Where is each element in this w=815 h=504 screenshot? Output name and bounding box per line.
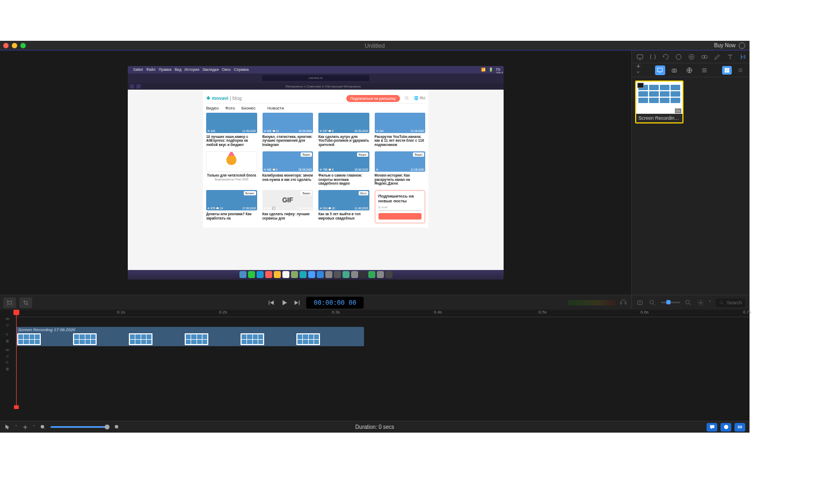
preview-dock-icon — [325, 271, 332, 278]
edit-icon[interactable] — [714, 53, 721, 61]
svg-marker-30 — [282, 300, 287, 305]
minimize-window-button[interactable] — [12, 43, 17, 48]
zoom-out-icon[interactable] — [649, 298, 657, 307]
preview-dock-icon — [360, 271, 367, 278]
svg-rect-20 — [725, 68, 727, 70]
canvas-resize-button[interactable] — [3, 297, 16, 308]
library-tab-screen[interactable] — [655, 65, 665, 75]
svg-line-39 — [689, 303, 691, 305]
svg-point-41 — [720, 301, 723, 303]
fullscreen-window-button[interactable] — [20, 43, 26, 48]
svg-point-4 — [676, 54, 681, 59]
filter-icon[interactable] — [636, 298, 644, 307]
svg-point-6 — [690, 56, 693, 58]
track-2-video-header[interactable] — [0, 347, 15, 359]
play-button[interactable] — [280, 299, 288, 306]
ruler-tick: 0.1s — [117, 310, 125, 315]
sync-button[interactable] — [721, 423, 731, 432]
preview-blog-card: 👁 194 01.09.2020Раскрутка YouTube-канала… — [375, 113, 426, 147]
headphones-icon[interactable] — [620, 298, 627, 308]
preview-screenshot: Safari Файл Правка Вид История Закладки … — [128, 66, 504, 280]
preview-blog-nav: Видео Фото Бизнес Новости — [206, 104, 425, 113]
preview-blog-card: 👁 242 11.09.202010 лучших экшн-камер с A… — [206, 113, 257, 147]
bottom-toolbar: ˅ ˅ Duration: 0 secs 30 — [0, 421, 749, 433]
add-track-button[interactable] — [22, 424, 28, 430]
close-window-button[interactable] — [3, 43, 9, 48]
preview-blog-card: Фото👁 516 💬 2011.08.2020Как за 5 лет вый… — [318, 190, 369, 223]
screen-badge-icon — [637, 83, 644, 88]
search-icon — [404, 96, 410, 101]
annotate-icon[interactable] — [739, 53, 747, 61]
ruler-tick: 0.3s — [332, 310, 340, 315]
add-media-button[interactable]: + ˅ — [636, 62, 646, 79]
preview-dock-icon — [274, 271, 281, 278]
library-tab-camera[interactable] — [670, 65, 680, 75]
preview-dock-icon — [377, 271, 384, 278]
timeline[interactable]: 0.1s0.2s0.3s0.4s0.5s0.6s0.7s ≡ — [0, 310, 749, 421]
library-tab-list[interactable] — [699, 65, 709, 75]
track-video-header[interactable] — [0, 316, 15, 328]
buy-now-button[interactable]: Buy Now — [714, 42, 745, 49]
preview-dock-icon — [239, 271, 246, 278]
track-2-audio-header[interactable]: ≡ — [0, 360, 15, 372]
next-frame-button[interactable] — [293, 299, 301, 306]
preview-dock-icon — [334, 271, 341, 278]
svg-marker-29 — [270, 300, 274, 304]
search-icon — [719, 300, 724, 305]
fps-badge[interactable]: 30 — [734, 423, 745, 432]
track-audio-header[interactable]: ≡ — [0, 332, 15, 344]
preview-dock-icon — [265, 271, 272, 278]
prev-frame-button[interactable] — [267, 299, 275, 306]
target-icon[interactable] — [688, 53, 695, 61]
svg-marker-31 — [295, 300, 299, 304]
svg-line-51 — [118, 428, 120, 429]
timeline-zoom-slider[interactable] — [50, 426, 110, 428]
media-clip-card[interactable]: 0s Screen Recording... — [635, 81, 683, 123]
timeline-zoom-in-icon[interactable] — [114, 424, 120, 430]
playhead[interactable] — [16, 310, 17, 409]
zoom-in-icon[interactable] — [685, 298, 693, 307]
timeline-ruler[interactable]: 0.1s0.2s0.3s0.4s0.5s0.6s0.7s — [15, 310, 749, 317]
preview-dock-icon — [308, 271, 315, 278]
preview-blog-card: Только для читателей блогаВидеоредактор … — [206, 151, 257, 186]
ruler-tick: 0.5s — [539, 310, 547, 315]
preview-blog-header: ❖ movavi | blog Подписаться на рассылку … — [206, 94, 425, 104]
preview-mac-dock — [128, 270, 504, 280]
circle-icon[interactable] — [675, 53, 682, 61]
audio-meter — [568, 300, 616, 305]
svg-rect-32 — [299, 300, 300, 304]
media-panel-footer: ˅ Search — [631, 295, 749, 310]
preview-mac-menubar: Safari Файл Правка Вид История Закладки … — [128, 66, 504, 74]
settings-icon[interactable] — [697, 298, 705, 307]
chat-button[interactable] — [707, 423, 717, 432]
svg-line-37 — [653, 303, 655, 305]
timeline-zoom-out-icon[interactable] — [40, 424, 46, 430]
preview-blog-card: Видео👁 489 💬 528.08.2020Калибровка монит… — [263, 151, 314, 186]
preview-blog-grid: 👁 242 11.09.202010 лучших экшн-камер с A… — [206, 113, 425, 224]
ruler-tick: 0.6s — [641, 310, 649, 315]
preview-dock-icon — [385, 271, 392, 278]
media-panel-tabs: + ˅ — [632, 63, 749, 77]
svg-point-48 — [41, 425, 44, 428]
preview-blog-card: Видео👁 788 💬 825.08.2020Фильм о самом гл… — [318, 151, 369, 186]
pointer-tool[interactable] — [4, 424, 11, 430]
list-view-button[interactable] — [736, 66, 745, 75]
library-tab-web[interactable] — [684, 65, 694, 75]
crop-button[interactable] — [19, 297, 32, 308]
preview-dock-icon — [257, 271, 264, 278]
preview-blog-card: Подпишитесь на новые постыE-mail — [375, 190, 426, 223]
link-icon[interactable] — [701, 53, 708, 61]
text-icon[interactable] — [726, 53, 734, 61]
record-screen-icon[interactable] — [636, 53, 644, 61]
svg-point-36 — [650, 300, 654, 304]
timecode-display[interactable]: 00:00:00 00 — [306, 297, 363, 309]
variable-icon[interactable] — [649, 53, 657, 61]
timeline-clip[interactable]: Screen Recording 17.09.2020 — [16, 327, 364, 346]
media-search-input[interactable]: Search — [716, 298, 745, 307]
grid-view-button[interactable] — [722, 66, 731, 75]
rotate-icon[interactable] — [662, 53, 670, 61]
svg-point-44 — [7, 349, 9, 351]
thumbnail-zoom-slider[interactable] — [661, 302, 680, 303]
cart-icon — [739, 42, 745, 49]
preview-dock-icon — [351, 271, 358, 278]
